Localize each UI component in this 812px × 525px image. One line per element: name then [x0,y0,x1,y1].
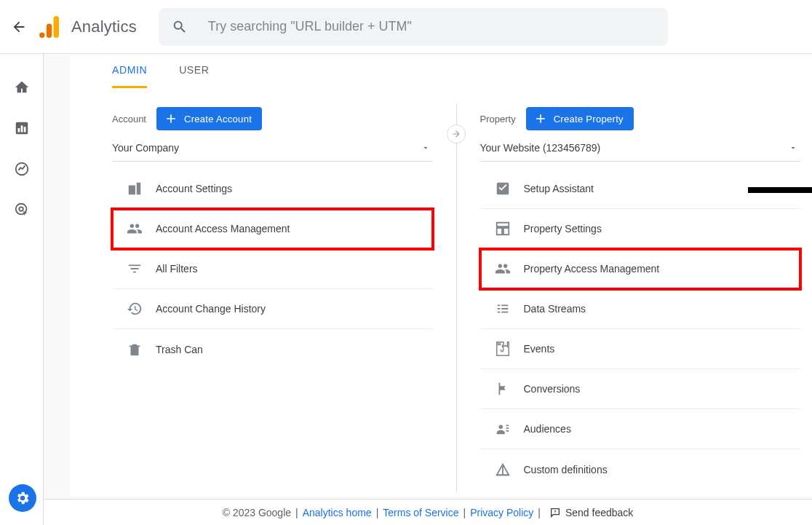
footer: © 2023 Google | Analytics home | Terms o… [44,499,812,525]
trend-circle-icon [14,161,30,177]
svg-point-9 [19,207,23,211]
search-input[interactable]: Try searching "URL builder + UTM" [159,8,668,46]
header: Analytics Try searching "URL builder + U… [0,0,812,54]
account-selected: Your Company [112,142,179,154]
back-arrow-button[interactable] [4,12,33,42]
logo-wrap: Analytics [39,15,137,39]
property-settings-item[interactable]: Property Settings [480,209,801,249]
account-column: Account Create Account Your Company Acco… [70,107,456,489]
account-header: Account Create Account [112,107,433,130]
analytics-home-link[interactable]: Analytics home [303,507,372,518]
column-divider [456,104,457,492]
layout-icon [493,219,512,238]
admin-settings-button[interactable] [9,484,36,512]
account-label: Account [112,114,146,125]
nav-advertising[interactable] [0,189,44,230]
filter-icon [125,259,144,278]
checklist-icon [493,179,512,198]
svg-rect-4 [18,128,20,133]
tab-admin[interactable]: ADMIN [112,54,147,88]
create-account-button[interactable]: Create Account [156,107,262,130]
admin-columns: Account Create Account Your Company Acco… [70,88,812,497]
property-selected: Your Website (123456789) [480,142,601,154]
create-property-button[interactable]: Create Property [526,107,634,130]
arrow-right-circle-icon [451,129,461,139]
account-selector[interactable]: Your Company [112,136,433,162]
audiences-item[interactable]: Audiences [480,409,801,449]
all-filters-item[interactable]: All Filters [112,249,433,289]
nav-home[interactable] [0,67,44,108]
people-icon [493,259,512,278]
triangle-icon [493,460,512,479]
search-placeholder: Try searching "URL builder + UTM" [208,19,412,34]
redaction-bar [748,187,812,193]
svg-rect-0 [54,16,60,38]
property-column: Property Create Property Your Website (1… [457,107,813,489]
gear-icon [15,490,31,506]
flag-icon [493,379,512,398]
events-item[interactable]: Events [480,329,801,369]
account-access-management-item[interactable]: Account Access Management [112,209,433,249]
terms-link[interactable]: Terms of Service [383,507,458,518]
copyright: © 2023 Google [223,507,291,518]
tab-row: ADMIN USER [70,54,812,88]
nav-reports[interactable] [0,108,44,149]
nav-explore[interactable] [0,149,44,189]
trash-icon [125,340,144,359]
account-change-history-item[interactable]: Account Change History [112,289,433,329]
property-header: Property Create Property [480,107,801,130]
move-property-button[interactable] [447,125,466,143]
people-icon [125,219,144,238]
content-area: ADMIN USER Account Create Account Your C… [44,54,812,499]
search-icon [172,19,188,35]
data-streams-item[interactable]: Data Streams [480,289,801,329]
send-feedback-button[interactable]: Send feedback [549,507,633,518]
brand-title: Analytics [71,17,137,36]
arrow-left-icon [11,19,27,35]
property-selector[interactable]: Your Website (123456789) [480,136,801,162]
feedback-icon [549,507,561,518]
analytics-logo-icon [39,15,61,39]
trash-can-item[interactable]: Trash Can [112,329,433,369]
plus-icon [533,111,548,126]
stream-icon [493,299,512,318]
conversions-item[interactable]: Conversions [480,369,801,409]
custom-definitions-item[interactable]: Custom definitions [480,449,801,489]
privacy-link[interactable]: Privacy Policy [470,507,533,518]
svg-rect-1 [47,23,52,38]
history-icon [125,299,144,318]
left-nav [0,54,44,525]
target-click-icon [14,202,30,218]
svg-rect-6 [24,127,26,132]
svg-rect-5 [21,125,23,132]
building-icon [125,179,144,198]
property-label: Property [480,114,516,125]
home-icon [14,79,30,95]
svg-point-2 [39,32,45,38]
account-settings-item[interactable]: Account Settings [112,169,433,209]
plus-icon [164,111,178,126]
caret-down-icon [421,143,430,152]
events-icon [493,339,512,358]
caret-down-icon [789,143,797,152]
tab-user[interactable]: USER [179,54,209,88]
bar-chart-icon [14,120,30,136]
audience-icon [493,419,512,438]
property-access-management-item[interactable]: Property Access Management [480,249,801,289]
